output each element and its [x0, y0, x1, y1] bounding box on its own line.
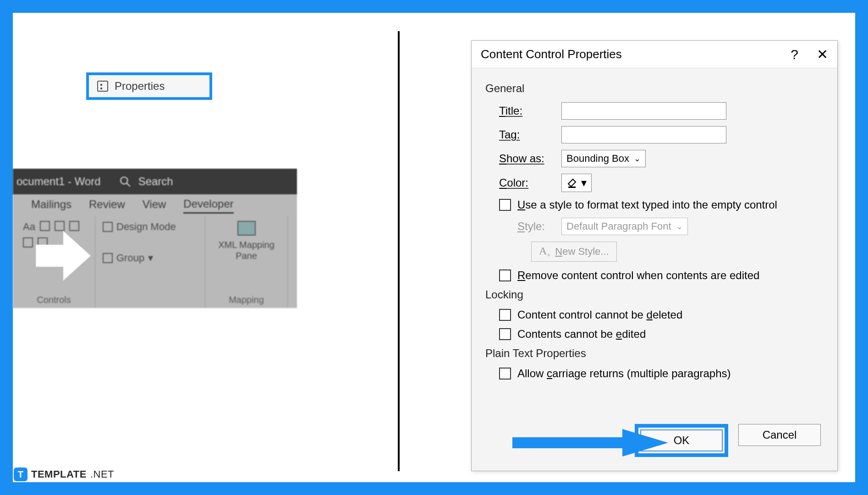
- search-box[interactable]: Search: [119, 175, 173, 188]
- design-mode-button[interactable]: Design Mode: [103, 221, 176, 233]
- dialog-titlebar: Content Control Properties ? ✕: [472, 41, 837, 68]
- properties-button[interactable]: Properties: [86, 72, 212, 100]
- vertical-divider: [398, 31, 400, 471]
- pointer-arrow-icon: [512, 429, 668, 456]
- tab-view[interactable]: View: [143, 198, 166, 213]
- new-style-button: A+ New Style...: [531, 242, 617, 262]
- template-logo-icon: T: [14, 468, 27, 481]
- tag-label: Tag:: [499, 128, 554, 141]
- new-style-icon: A+: [539, 245, 550, 259]
- content-control-properties-dialog: Content Control Properties ? ✕ General T…: [471, 40, 838, 471]
- title-bar: ocument1 - Word Search: [13, 169, 297, 194]
- control-icon[interactable]: [23, 237, 33, 248]
- tag-input[interactable]: [561, 126, 726, 143]
- show-as-label: Show as:: [499, 152, 554, 165]
- svg-marker-2: [36, 231, 91, 280]
- close-button[interactable]: ✕: [817, 46, 828, 62]
- remove-control-checkbox[interactable]: [499, 270, 511, 281]
- cannot-delete-label: Content control cannot be deleted: [517, 308, 682, 321]
- ribbon-tabs: Mailings Review View Developer: [13, 194, 297, 216]
- properties-label: Properties: [115, 80, 165, 93]
- watermark-brand: TEMPLATE: [31, 468, 87, 480]
- document-name: ocument1 - Word: [16, 175, 101, 188]
- tab-developer[interactable]: Developer: [183, 198, 233, 214]
- help-button[interactable]: ?: [791, 47, 798, 62]
- dialog-title: Content Control Properties: [481, 47, 622, 61]
- section-plaintext: Plain Text Properties: [485, 347, 824, 360]
- watermark: T TEMPLATE.NET: [14, 468, 114, 481]
- cancel-button[interactable]: Cancel: [738, 424, 821, 446]
- watermark-suffix: .NET: [90, 468, 114, 480]
- tab-review[interactable]: Review: [89, 198, 125, 213]
- title-label: Title:: [499, 104, 554, 117]
- title-input[interactable]: [561, 102, 726, 120]
- svg-line-1: [126, 183, 130, 187]
- cannot-edit-label: Contents cannot be edited: [517, 328, 646, 341]
- tab-mailings[interactable]: Mailings: [31, 198, 71, 213]
- svg-marker-4: [512, 429, 668, 456]
- use-style-label: Use a style to format text typed into th…: [517, 198, 777, 211]
- svg-point-0: [121, 177, 127, 184]
- chevron-down-icon: ⌄: [634, 154, 641, 164]
- cannot-edit-checkbox[interactable]: [499, 328, 511, 340]
- section-general: General: [485, 82, 824, 95]
- style-label: Style:: [517, 220, 554, 233]
- chevron-down-icon: ▾: [148, 252, 153, 264]
- color-dropdown[interactable]: ▾: [561, 174, 592, 192]
- pointer-arrow-icon: [36, 228, 91, 283]
- search-placeholder: Search: [138, 175, 173, 188]
- cannot-delete-checkbox[interactable]: [499, 309, 511, 321]
- properties-icon: [103, 237, 113, 248]
- remove-control-label: Remove content control when contents are…: [517, 269, 759, 282]
- carriage-returns-checkbox[interactable]: [499, 368, 511, 380]
- show-as-dropdown[interactable]: Bounding Box ⌄: [561, 150, 646, 167]
- group-button[interactable]: Group ▾: [103, 252, 176, 264]
- search-icon: [119, 176, 131, 187]
- group-icon: [103, 253, 113, 263]
- carriage-returns-label: Allow carriage returns (multiple paragra…: [517, 367, 731, 380]
- xml-mapping-icon[interactable]: [237, 221, 256, 236]
- aa-icon[interactable]: Aa: [23, 221, 35, 233]
- chevron-down-icon: ▾: [581, 176, 587, 189]
- color-label: Color:: [499, 176, 554, 189]
- group-label-controls: Controls: [37, 295, 71, 305]
- design-mode-icon: [103, 222, 113, 232]
- group-label-mapping: Mapping: [229, 295, 264, 305]
- xml-mapping-label[interactable]: XML Mapping Pane: [213, 239, 280, 261]
- properties-icon: [97, 81, 108, 92]
- style-dropdown: Default Paragraph Font ⌄: [561, 218, 688, 235]
- section-locking: Locking: [485, 288, 824, 301]
- group-mapping: XML Mapping Pane Mapping: [205, 216, 288, 308]
- chevron-down-icon: ⌄: [676, 221, 683, 231]
- group-controls: Design Mode Properties Group ▾: [95, 216, 205, 308]
- paint-bucket-icon: [566, 177, 577, 188]
- svg-rect-3: [568, 187, 576, 188]
- use-style-checkbox[interactable]: [499, 199, 511, 211]
